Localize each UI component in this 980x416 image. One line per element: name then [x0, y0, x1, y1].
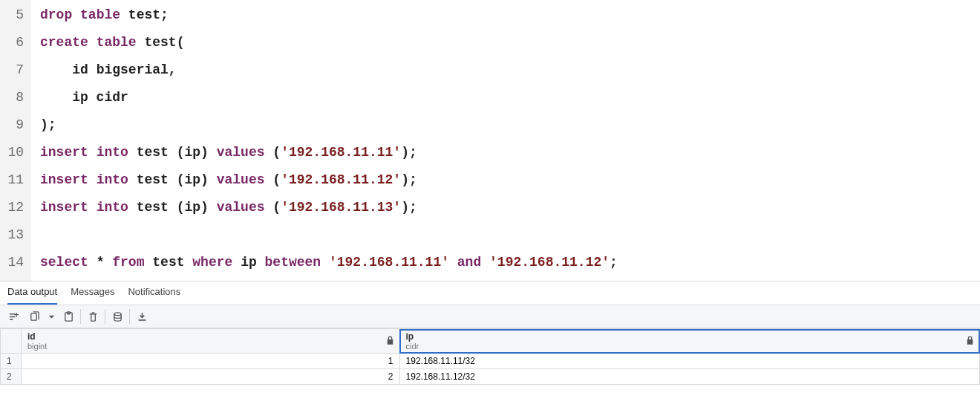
table-row[interactable]: 11192.168.11.11/32	[1, 354, 980, 369]
lock-icon	[385, 335, 396, 348]
cell[interactable]: 1	[22, 354, 400, 369]
copy-dropdown[interactable]	[45, 307, 58, 326]
copy-button[interactable]	[24, 307, 45, 326]
save-data-button[interactable]	[107, 307, 128, 326]
table-row[interactable]: 22192.168.11.12/32	[1, 369, 980, 385]
download-button[interactable]	[131, 307, 152, 326]
result-tabs: Data outputMessagesNotifications	[0, 281, 980, 305]
cell[interactable]: 192.168.11.11/32	[399, 354, 979, 369]
grid-corner	[1, 329, 22, 354]
delete-button[interactable]	[82, 307, 103, 326]
sql-editor[interactable]: 567891011121314 drop table test;create t…	[0, 0, 980, 281]
grid-header-row: idbigintipcidr	[1, 329, 980, 354]
grid-body: 11192.168.11.11/3222192.168.11.12/32	[1, 354, 980, 385]
code-area[interactable]: drop table test;create table test( id bi…	[31, 0, 980, 281]
result-toolbar	[0, 305, 980, 328]
add-row-button[interactable]	[3, 307, 24, 326]
svg-rect-0	[30, 313, 36, 319]
lock-icon	[964, 335, 976, 348]
tab-messages[interactable]: Messages	[71, 286, 114, 300]
cell[interactable]: 192.168.11.12/32	[399, 369, 979, 385]
result-grid[interactable]: idbigintipcidr 11192.168.11.11/3222192.1…	[0, 328, 980, 385]
col-id[interactable]: idbigint	[22, 329, 400, 354]
tab-notifications[interactable]: Notifications	[128, 286, 180, 300]
row-number[interactable]: 2	[1, 369, 22, 385]
paste-button[interactable]	[58, 307, 79, 326]
row-number[interactable]: 1	[1, 354, 22, 369]
tab-data-output[interactable]: Data output	[7, 286, 57, 305]
line-gutter: 567891011121314	[0, 0, 31, 281]
cell[interactable]: 2	[22, 369, 400, 385]
svg-point-3	[114, 312, 120, 315]
col-ip[interactable]: ipcidr	[399, 329, 979, 354]
